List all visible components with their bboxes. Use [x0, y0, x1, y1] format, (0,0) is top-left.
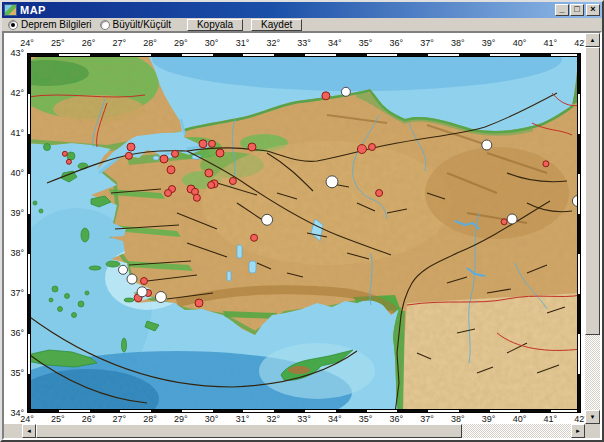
map-frame-top [27, 53, 581, 57]
horizontal-scroll-thumb[interactable] [36, 424, 462, 438]
earthquake-marker[interactable] [193, 194, 200, 201]
longitude-tick-label: 34° [328, 414, 342, 424]
longitude-tick-label: 32° [266, 38, 280, 48]
horizontal-scrollbar[interactable]: ◄ ► [22, 424, 585, 438]
earthquake-marker[interactable] [66, 159, 71, 164]
earthquake-marker[interactable] [165, 190, 172, 197]
toolbar: Deprem Bilgileri Büyült/Küçült Kopyala K… [2, 18, 602, 31]
earthquake-marker[interactable] [209, 140, 216, 147]
earthquake-marker[interactable] [195, 299, 203, 307]
radio-buyult-kucult[interactable]: Büyült/Küçült [100, 19, 171, 30]
earthquake-marker[interactable] [127, 274, 137, 284]
app-window: MAP _ □ × Deprem Bilgileri Büyült/Küçült… [0, 0, 604, 442]
longitude-tick-label: 33° [297, 414, 311, 424]
earthquake-marker[interactable] [199, 140, 207, 148]
earthquake-marker[interactable] [172, 150, 179, 157]
latitude-tick-label: 35° [10, 368, 24, 378]
earthquake-marker[interactable] [141, 278, 148, 285]
turkey-relief-map[interactable] [27, 53, 581, 413]
longitude-tick-label: 26° [82, 38, 96, 48]
scroll-right-icon[interactable]: ► [571, 424, 585, 438]
earthquake-marker[interactable] [248, 143, 256, 151]
earthquake-marker[interactable] [543, 161, 549, 167]
window-title: MAP [20, 4, 554, 16]
map-frame-right [577, 53, 581, 413]
longitude-tick-label: 41° [543, 38, 557, 48]
longitude-tick-label: 38° [451, 38, 465, 48]
latitude-tick-label: 40° [10, 168, 24, 178]
close-button[interactable]: × [586, 4, 600, 16]
longitude-tick-label: 34° [328, 38, 342, 48]
longitude-tick-label: 31° [236, 38, 250, 48]
earthquake-marker[interactable] [137, 287, 147, 297]
scroll-down-icon[interactable]: ▼ [585, 410, 600, 424]
scroll-up-icon[interactable]: ▲ [585, 33, 600, 47]
kaydet-button[interactable]: Kaydet [251, 19, 302, 31]
vertical-scroll-thumb[interactable] [585, 47, 600, 335]
title-bar[interactable]: MAP _ □ × [2, 2, 602, 18]
longitude-tick-label: 38° [451, 414, 465, 424]
earthquake-marker[interactable] [160, 155, 168, 163]
latitude-tick-label: 37° [10, 288, 24, 298]
earthquake-marker[interactable] [251, 234, 258, 241]
longitude-tick-label: 30° [205, 414, 219, 424]
latitude-tick-label: 42° [10, 88, 24, 98]
earthquake-marker[interactable] [369, 144, 376, 151]
earthquake-marker[interactable] [326, 176, 338, 188]
earthquake-marker[interactable] [167, 166, 175, 174]
earthquake-marker[interactable] [125, 152, 132, 159]
longitude-tick-label: 26° [82, 414, 96, 424]
earthquake-marker[interactable] [62, 151, 67, 156]
radio-label: Büyült/Küçült [113, 19, 171, 30]
minimize-button[interactable]: _ [555, 4, 569, 16]
radio-icon[interactable] [8, 20, 18, 30]
app-icon [4, 4, 17, 16]
longitude-tick-label: 31° [236, 414, 250, 424]
longitude-tick-label: 37° [420, 414, 434, 424]
map-canvas[interactable]: 24°25°26°27°28°29°30°31°32°33°34°35°36°3… [4, 33, 585, 424]
kopyala-button[interactable]: Kopyala [187, 19, 243, 31]
longitude-tick-label: 25° [51, 38, 65, 48]
earthquake-marker[interactable] [155, 292, 166, 303]
map-frame-left [27, 53, 31, 413]
longitude-tick-label: 29° [174, 414, 188, 424]
earthquake-marker[interactable] [357, 145, 366, 154]
earthquake-marker[interactable] [341, 87, 350, 96]
earthquake-marker[interactable] [482, 140, 492, 150]
radio-icon[interactable] [100, 20, 110, 30]
earthquake-marker[interactable] [262, 214, 273, 225]
longitude-tick-label: 33° [297, 38, 311, 48]
longitude-tick-label: 28° [143, 38, 157, 48]
earthquake-marker[interactable] [205, 169, 213, 177]
earthquake-marker[interactable] [507, 214, 517, 224]
earthquake-marker[interactable] [322, 92, 330, 100]
scroll-left-icon[interactable]: ◄ [22, 424, 36, 438]
longitude-tick-label: 40° [513, 414, 527, 424]
earthquake-marker[interactable] [376, 190, 383, 197]
scrollbar-filler [4, 424, 22, 438]
radio-label: Deprem Bilgileri [21, 19, 92, 30]
vertical-scrollbar[interactable]: ▲ ▼ [585, 33, 600, 424]
scrollbar-corner [585, 424, 600, 438]
longitude-tick-label: 27° [113, 38, 127, 48]
earthquake-marker[interactable] [119, 265, 128, 274]
map-frame-bottom [27, 409, 581, 413]
latitude-tick-label: 43° [10, 48, 24, 58]
longitude-tick-label: 32° [266, 414, 280, 424]
map-content-panel: 24°25°26°27°28°29°30°31°32°33°34°35°36°3… [2, 31, 602, 440]
maximize-button[interactable]: □ [570, 4, 584, 16]
earthquake-marker[interactable] [501, 219, 507, 225]
earthquake-marker[interactable] [216, 149, 224, 157]
longitude-tick-label: 37° [420, 38, 434, 48]
longitude-tick-label: 35° [359, 414, 373, 424]
radio-deprem-bilgileri[interactable]: Deprem Bilgileri [8, 19, 92, 30]
earthquake-marker[interactable] [229, 178, 236, 185]
longitude-tick-label: 40° [513, 38, 527, 48]
earthquake-marker[interactable] [208, 182, 215, 189]
longitude-tick-label: 29° [174, 38, 188, 48]
latitude-tick-label: 36° [10, 328, 24, 338]
longitude-tick-label: 27° [113, 414, 127, 424]
longitude-tick-label: 25° [51, 414, 65, 424]
earthquake-marker[interactable] [127, 143, 135, 151]
longitude-tick-label: 41° [543, 414, 557, 424]
